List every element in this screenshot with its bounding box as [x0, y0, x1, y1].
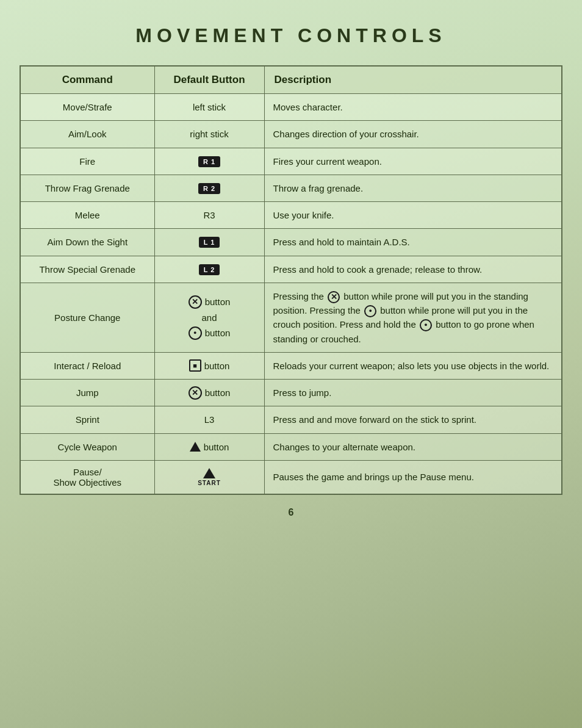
description-cell: Throw a frag grenade. — [264, 175, 562, 201]
table-row: Posture Change✕buttonand●buttonPressing … — [20, 283, 562, 352]
button-badge: L 2 — [199, 264, 220, 275]
command-cell: Throw Special Grenade — [20, 256, 154, 283]
button-cell: button — [154, 433, 264, 460]
header-command: Command — [20, 66, 154, 94]
description-cell: Fires your current weapon. — [264, 148, 562, 175]
button-badge: R 1 — [198, 156, 220, 167]
command-cell: Sprint — [20, 406, 154, 433]
command-cell: Fire — [20, 148, 154, 175]
command-cell: Pause/Show Objectives — [20, 460, 154, 494]
button-label: button — [204, 361, 230, 371]
page-title: MOVEMENT CONTROLS — [135, 24, 446, 47]
square-button-icon: ■ — [189, 359, 201, 372]
button-cell: ✕buttonand●button — [154, 283, 264, 352]
controls-table: Command Default Button Description Move/… — [20, 65, 562, 495]
table-row: Move/Strafeleft stickMoves character. — [20, 94, 562, 121]
command-cell: Jump — [20, 380, 154, 406]
start-label: START — [198, 480, 221, 486]
button-cell: R3 — [154, 202, 264, 229]
description-cell: Press to jump. — [264, 380, 562, 406]
command-cell: Aim/Look — [20, 121, 154, 148]
circle-button-inline: ● — [364, 305, 376, 317]
description-cell: Changes to your alternate weapon. — [264, 433, 562, 460]
button-cell: L3 — [154, 406, 264, 433]
button-label: button — [205, 325, 231, 341]
button-badge: R 2 — [198, 183, 220, 194]
table-row: FireR 1Fires your current weapon. — [20, 148, 562, 175]
description-cell: Pressing the ✕ button while prone will p… — [264, 283, 562, 352]
description-cell: Moves character. — [264, 94, 562, 121]
description-cell: Pauses the game and brings up the Pause … — [264, 460, 562, 494]
table-row: Aim/Lookright stickChanges direction of … — [20, 121, 562, 148]
table-row: Pause/Show ObjectivesSTARTPauses the gam… — [20, 460, 562, 494]
description-cell: Press and and move forward on the stick … — [264, 406, 562, 433]
command-cell: Cycle Weapon — [20, 433, 154, 460]
table-row: Aim Down the SightL 1Press and hold to m… — [20, 229, 562, 256]
circle-button-icon: ● — [189, 326, 202, 340]
and-label: and — [163, 310, 256, 326]
button-cell: right stick — [154, 121, 264, 148]
button-cell: START — [154, 460, 264, 494]
description-cell: Press and hold to maintain A.D.S. — [264, 229, 562, 256]
command-cell: Melee — [20, 202, 154, 229]
x-button-icon: ✕ — [189, 386, 202, 400]
table-row: Jump✕buttonPress to jump. — [20, 380, 562, 406]
header-description: Description — [264, 66, 562, 94]
header-button: Default Button — [154, 66, 264, 94]
command-cell: Posture Change — [20, 283, 154, 352]
button-label: button — [205, 387, 231, 398]
table-row: MeleeR3Use your knife. — [20, 202, 562, 229]
button-cell: L 1 — [154, 229, 264, 256]
triangle-button-icon — [190, 442, 201, 452]
description-cell: Press and hold to cook a grenade; releas… — [264, 256, 562, 283]
page-number: 6 — [289, 507, 294, 518]
command-cell: Move/Strafe — [20, 94, 154, 121]
table-row: SprintL3Press and and move forward on th… — [20, 406, 562, 433]
button-cell: L 2 — [154, 256, 264, 283]
table-row: Throw Special GrenadeL 2Press and hold t… — [20, 256, 562, 283]
circle-button-inline: ● — [420, 319, 432, 331]
command-cell: Aim Down the Sight — [20, 229, 154, 256]
x-button-inline: ✕ — [328, 291, 340, 303]
description-cell: Reloads your current weapon; also lets y… — [264, 352, 562, 379]
description-cell: Use your knife. — [264, 202, 562, 229]
button-cell: ✕button — [154, 380, 264, 406]
table-row: Throw Frag GrenadeR 2Throw a frag grenad… — [20, 175, 562, 201]
button-label: button — [205, 294, 231, 310]
start-triangle-icon — [203, 468, 215, 478]
table-row: Interact / Reload■buttonReloads your cur… — [20, 352, 562, 379]
button-cell: R 2 — [154, 175, 264, 201]
button-cell: R 1 — [154, 148, 264, 175]
x-button-icon: ✕ — [189, 295, 202, 309]
command-cell: Interact / Reload — [20, 352, 154, 379]
button-cell: ■button — [154, 352, 264, 379]
button-badge: L 1 — [199, 237, 220, 248]
table-row: Cycle WeaponbuttonChanges to your altern… — [20, 433, 562, 460]
description-cell: Changes direction of your crosshair. — [264, 121, 562, 148]
button-label: button — [204, 442, 229, 452]
start-button: START — [198, 468, 221, 486]
command-cell: Throw Frag Grenade — [20, 175, 154, 201]
button-cell: left stick — [154, 94, 264, 121]
